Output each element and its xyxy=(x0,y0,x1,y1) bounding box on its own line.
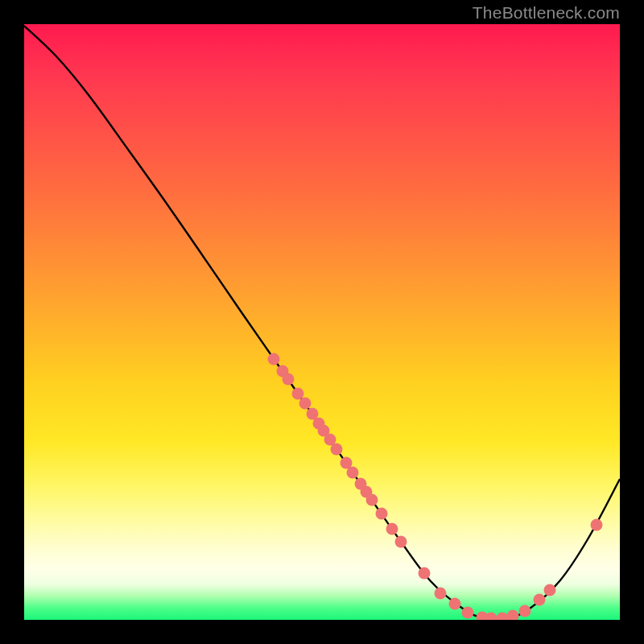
data-point xyxy=(419,568,431,580)
data-point xyxy=(519,605,531,617)
data-point xyxy=(268,353,280,365)
data-point xyxy=(507,610,519,621)
data-point xyxy=(449,598,461,610)
bottleneck-curve xyxy=(24,26,620,620)
data-point xyxy=(485,613,497,621)
data-point xyxy=(544,584,556,597)
chart-svg xyxy=(24,24,620,620)
data-points xyxy=(268,353,603,621)
data-point xyxy=(462,607,474,619)
data-point xyxy=(435,588,447,600)
data-point xyxy=(283,374,295,386)
watermark-text: TheBottleneck.com xyxy=(473,3,620,23)
data-point xyxy=(292,388,304,400)
data-point xyxy=(366,494,378,506)
data-point xyxy=(395,536,407,548)
data-point xyxy=(534,594,546,606)
data-point xyxy=(376,508,388,520)
chart-frame xyxy=(24,24,620,620)
data-point xyxy=(331,444,343,456)
data-point xyxy=(299,398,312,410)
data-point xyxy=(591,519,603,531)
data-point xyxy=(347,467,359,479)
data-point xyxy=(386,523,398,535)
data-point xyxy=(497,613,509,621)
